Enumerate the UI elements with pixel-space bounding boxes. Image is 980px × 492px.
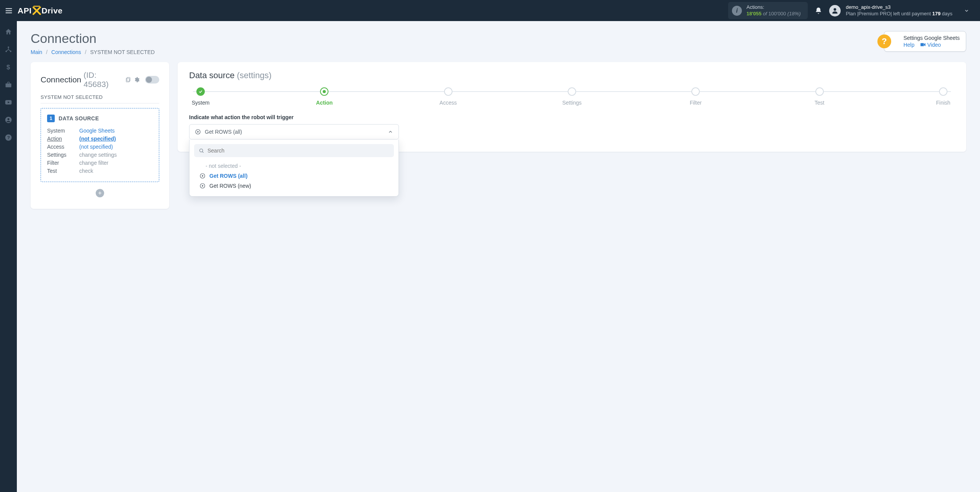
step-settings[interactable]: Settings [560,87,583,106]
step-test[interactable]: Test [808,87,831,106]
step-dot [444,87,452,96]
data-source-box[interactable]: 1 DATA SOURCE System Google Sheets Actio… [41,108,159,182]
actions-used: 18'055 [746,11,761,16]
row-filter-k: Filter [47,160,79,166]
user-name: demo_apix-drive_s3 [846,4,952,10]
step-system[interactable]: System [189,87,212,106]
svg-point-21 [200,149,203,152]
user-block[interactable]: demo_apix-drive_s3 Plan |Premium PRO| le… [829,4,969,17]
step-dot [196,87,205,96]
help-link[interactable]: Help [903,42,915,48]
plan-days: 179 [932,11,941,16]
svg-marker-26 [202,185,204,187]
rail-help-icon[interactable]: ? [5,134,12,141]
svg-point-12 [8,118,10,120]
play-icon [199,183,206,189]
step-filter[interactable]: Filter [684,87,707,106]
option-label: Get ROWS (all) [209,173,248,179]
rail-home-icon[interactable] [5,28,12,36]
step-label: Action [316,100,333,106]
help-question-icon[interactable]: ? [877,34,891,48]
connection-title: Connection [41,75,81,84]
copy-icon[interactable] [125,77,131,83]
search-icon [199,148,204,154]
step-label: System [192,100,210,106]
option-label: Get ROWS (new) [209,183,251,189]
video-link[interactable]: Video [927,42,941,48]
breadcrumb-main[interactable]: Main [31,49,42,55]
breadcrumb-current: SYSTEM NOT SELECTED [90,49,155,55]
option-get-rows-new[interactable]: Get ROWS (new) [194,181,394,191]
row-action-v[interactable]: (not specified) [79,136,153,142]
columns: Connection (ID: 45683) SYSTEM NOT SELECT… [31,62,966,209]
actions-box[interactable]: i Actions: 18'055 of 100'000 (18%) [728,2,808,19]
breadcrumb-sep: / [85,49,87,55]
row-filter-v: change filter [79,160,153,166]
row-access-v[interactable]: (not specified) [79,144,153,150]
play-icon [195,129,201,135]
step-label: Access [439,100,457,106]
hamburger-icon[interactable] [5,7,13,15]
action-dropdown: - not selected - Get ROWS (all) Get ROWS… [189,139,399,197]
rail-billing-icon[interactable]: $ [5,63,12,71]
main: Connection Main / Connections / SYSTEM N… [17,21,980,492]
play-icon [199,173,206,179]
page-title: Connection [31,31,155,46]
connection-subhead: SYSTEM NOT SELECTED [41,94,159,100]
action-select[interactable]: Get ROWS (all) [189,124,399,139]
video-icon [920,42,926,48]
connection-toggle[interactable] [145,76,159,84]
add-step-button[interactable]: + [96,189,104,197]
row-system-v[interactable]: Google Sheets [79,128,153,134]
badge-number: 1 [47,115,55,122]
left-rail: $ ? [0,21,17,492]
row-settings-v: change settings [79,152,153,158]
actions-total: 100'000 [768,11,786,16]
step-action[interactable]: Action [313,87,336,106]
plan-days-suffix: days [941,11,952,16]
help-title: Settings Google Sheets [903,35,960,41]
avatar [829,5,841,16]
user-plan: Plan |Premium PRO| left until payment 17… [846,11,952,17]
step-dot [568,87,576,96]
divider [41,103,159,103]
logo[interactable]: API Drive [18,6,63,16]
row-action-k: Action [47,136,79,142]
panel-connection: Connection (ID: 45683) SYSTEM NOT SELECT… [31,62,169,209]
rail-video-icon[interactable] [5,98,12,106]
action-select-wrap: Get ROWS (all) - not selected - Get ROWS [189,124,399,139]
plan-prefix: Plan | [846,11,859,16]
breadcrumb-connections[interactable]: Connections [51,49,81,55]
svg-rect-8 [6,84,11,87]
rail-briefcase-icon[interactable] [5,81,12,89]
search-field[interactable] [194,144,394,157]
info-icon: i [732,6,742,16]
bell-icon[interactable] [815,7,822,15]
step-dot [815,87,824,96]
ds-title-text: Data source [189,71,235,80]
page-head: Connection Main / Connections / SYSTEM N… [31,31,966,55]
row-test-v: check [79,168,153,174]
actions-of: of [763,11,767,16]
svg-line-22 [203,151,204,153]
logo-x-icon [33,6,41,16]
step-label: Settings [562,100,582,106]
rail-account-icon[interactable] [5,116,12,124]
help-links: Help Video [903,42,960,48]
option-not-selected[interactable]: - not selected - [194,161,394,171]
user-text: demo_apix-drive_s3 Plan |Premium PRO| le… [846,4,952,17]
gear-icon[interactable] [134,77,140,83]
svg-marker-16 [924,43,926,46]
rail-connections-icon[interactable] [5,46,12,53]
step-dot [320,87,328,96]
step-access[interactable]: Access [437,87,460,106]
step-finish[interactable]: Finish [932,87,955,106]
plan-mid: | left until payment [890,11,932,16]
chevron-down-icon[interactable] [964,8,969,13]
actions-label: Actions: [746,4,801,10]
instruction-label: Indicate what action the robot will trig… [189,114,955,120]
row-access-k: Access [47,144,79,150]
svg-marker-24 [202,175,204,177]
option-get-rows-all[interactable]: Get ROWS (all) [194,171,394,181]
search-input[interactable] [207,148,389,154]
